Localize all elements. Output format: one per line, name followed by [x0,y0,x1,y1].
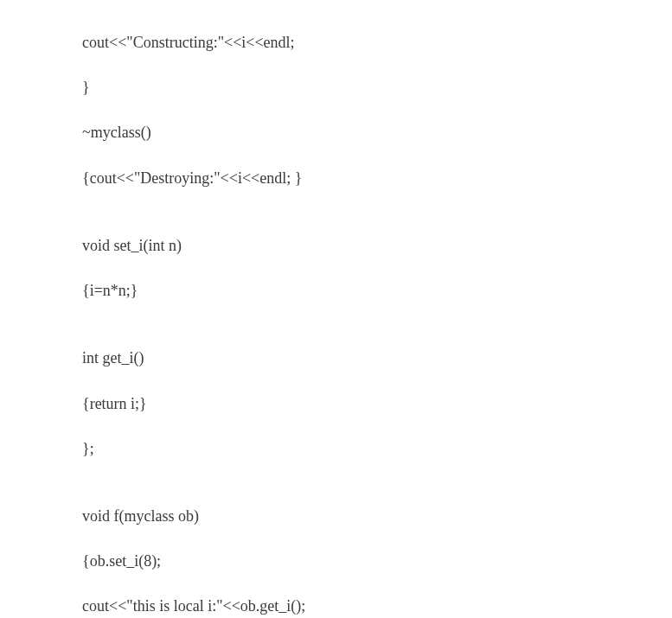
code-line: }; [82,437,672,460]
code-line: cout<<"this is local i:"<<ob.get_i(); [82,595,672,617]
code-line: {i=n*n;} [82,279,672,302]
code-line: {cout<<"Destroying:"<<i<<endl; } [82,167,672,189]
code-line: {ob.set_i(8); [82,550,672,572]
code-block: cout<<"Constructing:"<<i<<endl; } ~mycla… [0,0,672,618]
code-line: {return i;} [82,392,672,415]
code-line: int get_i() [82,347,672,369]
code-line: void set_i(int n) [82,234,672,257]
code-line: cout<<"Constructing:"<<i<<endl; [82,31,672,54]
code-line: } [82,76,672,99]
code-line: ~myclass() [82,121,672,143]
code-line: void f(myclass ob) [82,505,672,527]
